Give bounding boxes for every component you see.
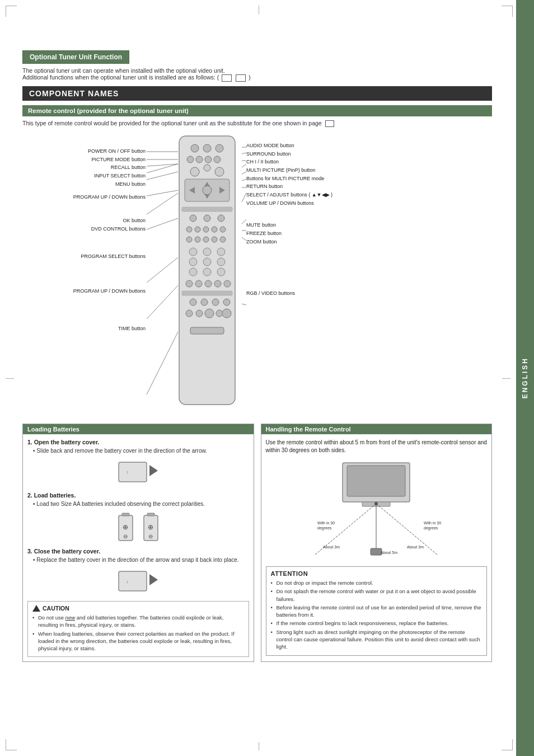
- svg-point-23: [203, 227, 209, 232]
- svg-point-6: [205, 156, 212, 163]
- svg-text:degrees: degrees: [424, 526, 438, 530]
- label-return: RETURN button: [246, 184, 381, 190]
- label-program-updown-2: PROGRAM UP / DOWN buttons: [22, 288, 146, 295]
- usage-diagram: With in 30 degrees With in 30 degrees Ab…: [266, 460, 488, 561]
- svg-point-22: [195, 227, 200, 232]
- svg-point-38: [203, 268, 211, 276]
- caution-box: CAUTION Do not use new and old batteries…: [27, 601, 249, 657]
- svg-text:About 5m: About 5m: [381, 551, 397, 555]
- step-3-text: Replace the battery cover in the directi…: [33, 556, 249, 564]
- svg-point-30: [220, 237, 226, 242]
- svg-point-35: [203, 258, 211, 266]
- bottom-section: Loading Batteries 1. Open the battery co…: [22, 424, 492, 662]
- svg-line-78: [242, 304, 246, 305]
- svg-point-46: [190, 299, 196, 306]
- component-names-header: COMPONENT NAMES: [22, 86, 492, 101]
- svg-text:degrees: degrees: [317, 526, 332, 530]
- svg-point-53: [216, 310, 223, 317]
- corner-mark-bl: [6, 739, 17, 750]
- step-2-text: Load two Size AA batteries included obse…: [33, 500, 249, 508]
- attention-item-3: Before leaving the remote control out of…: [271, 604, 483, 619]
- svg-rect-45: [182, 291, 232, 295]
- svg-point-52: [205, 309, 214, 318]
- svg-point-31: [189, 248, 197, 256]
- svg-point-29: [212, 237, 217, 242]
- svg-rect-83: [122, 513, 129, 516]
- left-labels: POWER ON / OFF button PICTURE MODE butto…: [22, 148, 146, 332]
- label-program-select: PROGRAM SELECT buttons: [22, 253, 146, 260]
- label-zoom: ZOOM button: [246, 239, 381, 246]
- label-recall: RECALL button: [22, 165, 146, 171]
- caution-item-1: Do not use new and old batteries togethe…: [32, 614, 244, 629]
- svg-point-20: [218, 215, 224, 222]
- optional-tuner-header: Optional Tuner Unit Function: [22, 50, 129, 64]
- label-audio-mode: AUDIO MODE button: [246, 143, 381, 149]
- svg-point-32: [203, 248, 211, 256]
- svg-point-47: [201, 299, 208, 306]
- label-surround: SURROUND button: [246, 151, 381, 158]
- svg-point-26: [186, 237, 192, 242]
- crosshair-right: [502, 378, 510, 379]
- svg-point-7: [214, 156, 221, 163]
- step-1-text: Slide back and remove the battery cover …: [33, 447, 249, 455]
- svg-text:⊖: ⊖: [123, 533, 128, 539]
- svg-text:↓: ↓: [126, 579, 128, 584]
- optional-tuner-description: The optional tuner unit can operate when…: [22, 67, 492, 82]
- svg-line-68: [242, 153, 246, 154]
- svg-point-41: [195, 280, 202, 287]
- battery-cover-illus: ↑: [27, 459, 249, 487]
- label-input-select: INPUT SELECT button: [22, 173, 146, 180]
- svg-text:About 3m: About 3m: [323, 545, 340, 549]
- svg-point-36: [217, 258, 225, 266]
- svg-line-74: [242, 193, 246, 202]
- svg-point-19: [204, 215, 210, 222]
- caution-title: CAUTION: [32, 605, 244, 612]
- crosshair-left: [6, 378, 14, 379]
- close-cover-illus: ↓: [27, 569, 249, 597]
- remote-body: [174, 132, 241, 412]
- svg-rect-55: [190, 327, 224, 334]
- battery-illus: ⊕ ⊖ ⊕ ⊖: [27, 513, 249, 543]
- step-2-heading: 2. Load batteries.: [27, 492, 249, 499]
- svg-line-75: [242, 219, 246, 224]
- svg-point-34: [189, 258, 197, 266]
- svg-point-25: [220, 227, 226, 232]
- english-sidebar: ENGLISH: [516, 0, 534, 756]
- svg-marker-91: [149, 574, 158, 585]
- step-1-heading: 1. Open the battery cover.: [27, 439, 249, 445]
- label-mute: MUTE button: [246, 222, 381, 229]
- svg-point-3: [216, 144, 223, 152]
- label-buttons-multi-picture: Buttons for MULTI PICTURE mode: [246, 176, 381, 182]
- svg-text:⊕: ⊕: [148, 523, 153, 531]
- caution-label: CAUTION: [43, 605, 69, 612]
- label-select-adjust: SELECT / ADJUST buttons ( ▲▼◀▶ ): [246, 192, 381, 199]
- label-power: POWER ON / OFF button: [22, 148, 146, 155]
- corner-mark-tl: [6, 6, 17, 17]
- svg-point-28: [203, 237, 209, 242]
- svg-point-54: [222, 309, 231, 318]
- svg-text:↑: ↑: [126, 470, 128, 475]
- attention-item-2: Do not splash the remote control with wa…: [271, 588, 483, 603]
- svg-line-70: [242, 164, 246, 167]
- remote-subheader: Remote control (provided for the optiona…: [22, 105, 492, 116]
- svg-point-2: [203, 144, 211, 152]
- corner-mark-br: [502, 739, 513, 750]
- svg-point-44: [224, 280, 231, 287]
- attention-box: ATTENTION Do not drop or impact the remo…: [266, 566, 488, 656]
- handling-remote-description: Use the remote control within about 5 m …: [266, 439, 488, 454]
- svg-point-4: [187, 156, 194, 163]
- svg-rect-79: [119, 462, 147, 482]
- label-program-updown-1: PROGRAM UP / DOWN buttons: [22, 194, 146, 201]
- svg-text:⊖: ⊖: [148, 533, 153, 539]
- svg-point-24: [212, 227, 217, 232]
- svg-line-72: [242, 179, 246, 181]
- page: Optional Tuner Unit Function The optiona…: [0, 0, 534, 756]
- label-dvd-control: DVD CONTROL buttons: [22, 226, 146, 233]
- svg-text:⊕: ⊕: [123, 523, 128, 531]
- svg-rect-17: [182, 207, 232, 212]
- label-time: TIME button: [22, 326, 146, 332]
- label-multi-picture: MULTI PICTURE (PinP) button: [246, 167, 381, 174]
- label-menu: MENU button: [22, 181, 146, 188]
- label-rgb-video: RGB / VIDEO buttons: [246, 290, 381, 297]
- step-3-heading: 3. Close the battery cover.: [27, 548, 249, 555]
